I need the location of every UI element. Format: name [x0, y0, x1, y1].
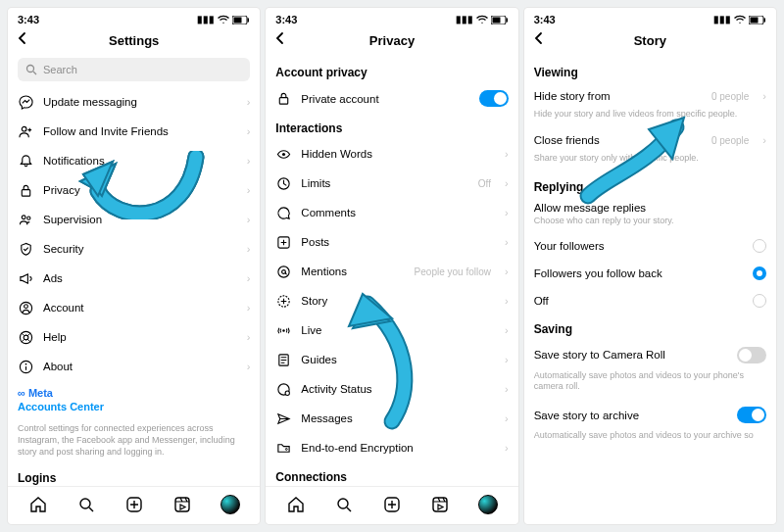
chevron-right-icon: › [505, 442, 509, 454]
svg-point-23 [282, 152, 285, 155]
tab-profile[interactable] [478, 495, 498, 514]
save-archive-sub: Automatically save photos and videos to … [534, 430, 766, 447]
lock-icon [18, 182, 33, 198]
save-camera-sub: Automatically save photos and videos to … [534, 370, 766, 399]
row-security[interactable]: Security › [18, 234, 250, 264]
panel-story: 3:43 ▮▮▮ Story Viewing Hide story from 0… [524, 8, 776, 524]
reply-option-off[interactable]: Off [534, 287, 766, 314]
chevron-right-icon: › [247, 125, 251, 137]
row-label: Hidden Words [301, 148, 495, 160]
radio-button[interactable] [753, 294, 766, 308]
svg-point-26 [278, 266, 289, 276]
chevron-right-icon: › [505, 177, 509, 189]
tab-bar [266, 486, 517, 524]
live-icon [275, 322, 291, 338]
person-add-icon [18, 123, 33, 139]
header: Story [524, 27, 776, 58]
row-comments[interactable]: Comments › [275, 198, 508, 227]
tab-reels[interactable] [172, 495, 192, 514]
reply-option-follow-back[interactable]: Followers you follow back [534, 260, 766, 287]
tab-home[interactable] [28, 495, 48, 514]
tab-home[interactable] [286, 495, 306, 514]
row-posts[interactable]: Posts › [275, 227, 508, 257]
svg-point-32 [285, 391, 289, 395]
svg-point-7 [22, 215, 25, 218]
tab-search[interactable] [76, 495, 96, 514]
svg-line-4 [33, 72, 36, 74]
chevron-right-icon: › [505, 207, 509, 218]
page-title: Privacy [369, 33, 415, 48]
row-label: Security [43, 243, 237, 255]
svg-rect-40 [763, 18, 765, 22]
search-input[interactable]: Search [18, 58, 250, 81]
megaphone-icon [18, 270, 33, 286]
section-replying: Replying [534, 172, 766, 198]
chevron-right-icon: › [247, 96, 251, 108]
activity-icon [275, 381, 291, 397]
chevron-right-icon: › [505, 236, 509, 248]
signal-icon: ▮▮▮ [197, 15, 215, 24]
row-supervision[interactable]: Supervision › [18, 205, 250, 234]
row-ads[interactable]: Ads › [18, 264, 250, 293]
toggle-save-camera[interactable] [737, 347, 766, 363]
row-guides[interactable]: Guides › [275, 345, 508, 374]
tab-create[interactable] [124, 495, 144, 514]
tab-reels[interactable] [430, 495, 450, 514]
svg-point-15 [80, 499, 90, 508]
svg-point-34 [338, 499, 348, 508]
panel-settings: 3:43 ▮▮▮ Settings Search Update messagin… [8, 8, 260, 524]
chevron-right-icon: › [505, 295, 509, 307]
row-label: Live [301, 324, 495, 336]
back-button[interactable] [532, 31, 546, 45]
row-save-camera[interactable]: Save story to Camera Roll [534, 340, 766, 370]
tab-create[interactable] [382, 495, 402, 514]
row-mentions[interactable]: Mentions People you follow › [275, 257, 508, 286]
close-friends-sub: Share your story only with specific peop… [534, 153, 766, 169]
row-e2e-encryption[interactable]: End-to-end Encryption › [275, 433, 508, 462]
svg-point-10 [24, 304, 27, 308]
row-private-account[interactable]: Private account [275, 83, 508, 114]
row-label: Privacy [43, 184, 237, 196]
status-right: ▮▮▮ [197, 15, 250, 24]
chevron-right-icon: › [247, 184, 251, 196]
row-help[interactable]: Help › [18, 322, 250, 352]
row-activity-status[interactable]: Activity Status › [275, 374, 508, 404]
search-icon [25, 64, 37, 75]
toggle-save-archive[interactable] [737, 407, 766, 423]
svg-point-3 [27, 66, 34, 73]
row-close-friends[interactable]: Close friends 0 people › [534, 127, 766, 153]
tab-profile[interactable] [220, 495, 240, 514]
messenger-icon [18, 94, 33, 110]
row-privacy[interactable]: Privacy › [18, 175, 250, 205]
row-label: Comments [301, 207, 495, 218]
row-live[interactable]: Live › [275, 315, 508, 345]
row-limits[interactable]: Limits Off › [275, 169, 508, 198]
accounts-center-link[interactable]: Accounts Center [18, 399, 250, 416]
row-about[interactable]: About › [18, 352, 250, 381]
header: Settings [8, 27, 260, 58]
row-follow-invite[interactable]: Follow and Invite Friends › [18, 117, 250, 146]
row-value: 0 people [711, 135, 749, 146]
back-button[interactable] [16, 31, 29, 45]
row-hide-story[interactable]: Hide story from 0 people › [534, 83, 766, 109]
row-update-messaging[interactable]: Update messaging › [18, 87, 250, 117]
toggle-private-account[interactable] [479, 90, 509, 107]
row-messages[interactable]: Messages › [275, 404, 508, 433]
row-label: Account [43, 302, 237, 314]
radio-button[interactable] [753, 239, 766, 253]
row-story[interactable]: Story › [275, 286, 508, 315]
row-hidden-words[interactable]: Hidden Words › [275, 139, 508, 169]
send-icon [275, 411, 291, 426]
row-account[interactable]: Account › [18, 293, 250, 322]
chevron-right-icon: › [505, 383, 509, 395]
radio-button[interactable] [753, 266, 766, 280]
back-button[interactable] [273, 31, 287, 45]
status-time: 3:43 [18, 14, 39, 25]
row-save-archive[interactable]: Save story to archive [534, 400, 766, 430]
limits-icon [275, 175, 291, 191]
battery-icon [749, 16, 766, 24]
row-notifications[interactable]: Notifications › [18, 146, 250, 175]
chevron-right-icon: › [247, 331, 251, 343]
reply-option-followers[interactable]: Your followers [534, 232, 766, 260]
tab-search[interactable] [334, 495, 354, 514]
